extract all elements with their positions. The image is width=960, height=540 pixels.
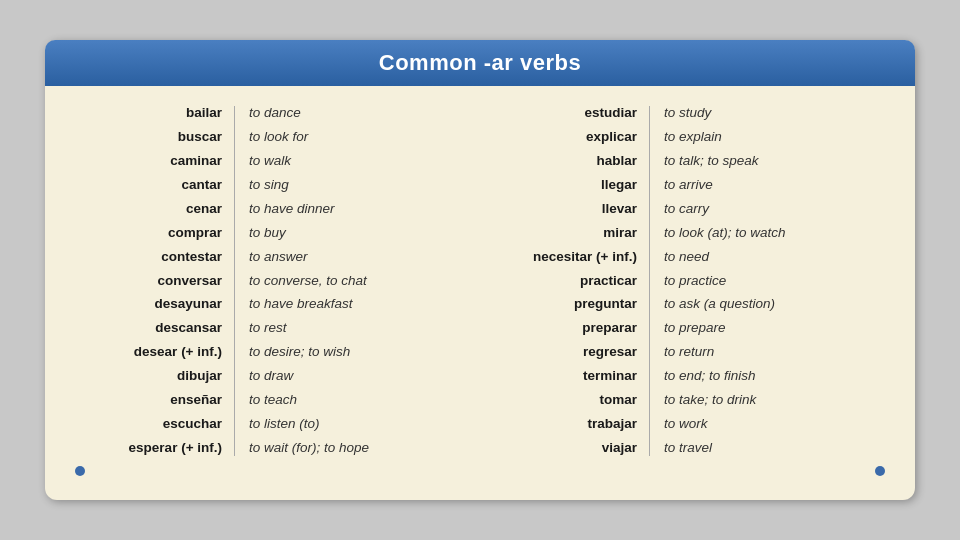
left-spanish-cell: dibujar: [75, 365, 230, 389]
right-spanish-cell: preparar: [490, 317, 645, 341]
right-spanish-cell: explicar: [490, 126, 645, 150]
left-spanish-cell: caminar: [75, 150, 230, 174]
main-card: Common -ar verbs bailarbuscarcaminarcant…: [45, 40, 915, 500]
left-english-cell: to wait (for); to hope: [239, 436, 414, 460]
left-english-cell: to walk: [239, 150, 414, 174]
left-spanish-cell: cenar: [75, 197, 230, 221]
left-spanish-cell: enseñar: [75, 389, 230, 413]
card-body: bailarbuscarcaminarcantarcenarcomprarcon…: [45, 102, 915, 460]
right-spanish-cell: llegar: [490, 173, 645, 197]
left-spanish-cell: desayunar: [75, 293, 230, 317]
right-english-cell: to work: [654, 412, 829, 436]
dot-row: [45, 460, 915, 476]
left-spanish-cell: contestar: [75, 245, 230, 269]
left-spanish-column: bailarbuscarcaminarcantarcenarcomprarcon…: [75, 102, 230, 460]
right-spanish-cell: llevar: [490, 197, 645, 221]
right-english-cell: to ask (a question): [654, 293, 829, 317]
left-english-cell: to teach: [239, 389, 414, 413]
right-spanish-column: estudiarexplicarhablarllegarllevarmirarn…: [490, 102, 645, 460]
left-english-column: to danceto look forto walkto singto have…: [239, 102, 414, 460]
right-spanish-cell: hablar: [490, 150, 645, 174]
right-english-cell: to practice: [654, 269, 829, 293]
right-english-cell: to travel: [654, 436, 829, 460]
right-english-cell: to explain: [654, 126, 829, 150]
left-english-cell: to look for: [239, 126, 414, 150]
right-english-cell: to talk; to speak: [654, 150, 829, 174]
right-spanish-cell: estudiar: [490, 102, 645, 126]
right-spanish-cell: preguntar: [490, 293, 645, 317]
left-section: bailarbuscarcaminarcantarcenarcomprarcon…: [75, 102, 470, 460]
left-english-cell: to draw: [239, 365, 414, 389]
left-english-cell: to desire; to wish: [239, 341, 414, 365]
right-dot: [875, 466, 885, 476]
left-spanish-cell: desear (+ inf.): [75, 341, 230, 365]
right-english-column: to studyto explainto talk; to speakto ar…: [654, 102, 829, 460]
left-spanish-cell: cantar: [75, 173, 230, 197]
section-spacer: [470, 102, 490, 460]
left-divider: [234, 106, 235, 456]
right-english-cell: to study: [654, 102, 829, 126]
left-english-cell: to converse, to chat: [239, 269, 414, 293]
left-dot: [75, 466, 85, 476]
right-english-cell: to take; to drink: [654, 389, 829, 413]
right-english-cell: to arrive: [654, 173, 829, 197]
left-english-cell: to rest: [239, 317, 414, 341]
right-english-cell: to end; to finish: [654, 365, 829, 389]
right-spanish-cell: viajar: [490, 436, 645, 460]
right-english-cell: to prepare: [654, 317, 829, 341]
right-english-cell: to look (at); to watch: [654, 221, 829, 245]
right-spanish-cell: practicar: [490, 269, 645, 293]
left-spanish-cell: conversar: [75, 269, 230, 293]
right-spanish-cell: mirar: [490, 221, 645, 245]
left-spanish-cell: esperar (+ inf.): [75, 436, 230, 460]
card-header: Common -ar verbs: [45, 40, 915, 86]
left-spanish-cell: comprar: [75, 221, 230, 245]
left-english-cell: to listen (to): [239, 412, 414, 436]
right-english-cell: to need: [654, 245, 829, 269]
left-spanish-cell: bailar: [75, 102, 230, 126]
right-spanish-cell: trabajar: [490, 412, 645, 436]
right-english-cell: to carry: [654, 197, 829, 221]
right-spanish-cell: necesitar (+ inf.): [490, 245, 645, 269]
right-english-cell: to return: [654, 341, 829, 365]
left-english-cell: to buy: [239, 221, 414, 245]
left-english-cell: to have breakfast: [239, 293, 414, 317]
left-spanish-cell: buscar: [75, 126, 230, 150]
right-spanish-cell: tomar: [490, 389, 645, 413]
right-divider: [649, 106, 650, 456]
right-spanish-cell: regresar: [490, 341, 645, 365]
right-section: estudiarexplicarhablarllegarllevarmirarn…: [490, 102, 885, 460]
left-spanish-cell: descansar: [75, 317, 230, 341]
left-english-cell: to dance: [239, 102, 414, 126]
left-english-cell: to sing: [239, 173, 414, 197]
left-english-cell: to answer: [239, 245, 414, 269]
left-spanish-cell: escuchar: [75, 412, 230, 436]
right-spanish-cell: terminar: [490, 365, 645, 389]
left-english-cell: to have dinner: [239, 197, 414, 221]
card-title: Common -ar verbs: [65, 50, 895, 76]
